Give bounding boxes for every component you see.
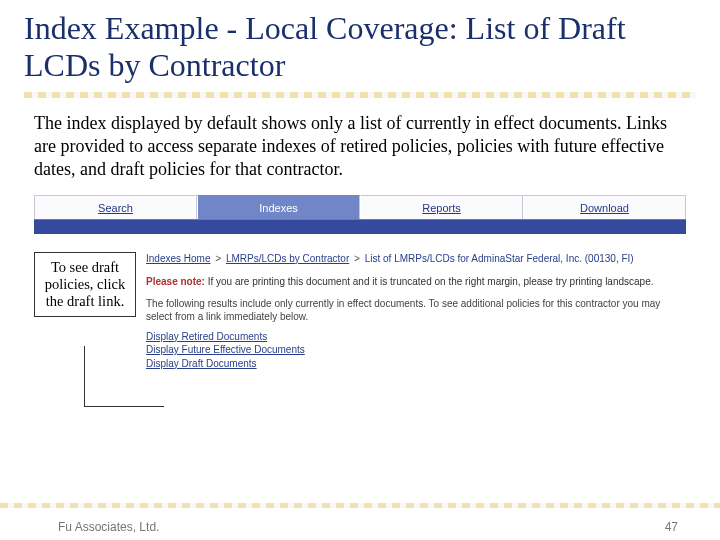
breadcrumb-current: List of LMRPs/LCDs for AdminaStar Federa…: [365, 253, 634, 264]
embedded-screenshot: Search Indexes Reports Download To see d…: [34, 195, 686, 371]
link-draft-documents[interactable]: Display Draft Documents: [146, 357, 686, 371]
slide-number: 47: [665, 520, 678, 534]
document-links: Display Retired Documents Display Future…: [146, 330, 686, 371]
breadcrumb-home[interactable]: Indexes Home: [146, 253, 210, 264]
body-paragraph: The index displayed by default shows onl…: [0, 98, 720, 191]
slide-title: Index Example - Local Coverage: List of …: [24, 10, 696, 84]
tab-row: Search Indexes Reports Download: [34, 195, 686, 220]
breadcrumb: Indexes Home > LMRPs/LCDs by Contractor …: [146, 252, 686, 266]
link-future-documents[interactable]: Display Future Effective Documents: [146, 343, 686, 357]
footer-divider: [0, 503, 720, 508]
tab-indexes[interactable]: Indexes: [197, 195, 360, 219]
page-content: Indexes Home > LMRPs/LCDs by Contractor …: [146, 252, 686, 371]
footer: Fu Associates, Ltd. 47: [0, 520, 720, 534]
header-bar: [34, 220, 686, 234]
please-note-text: If you are printing this document and it…: [208, 276, 654, 287]
tab-search[interactable]: Search: [34, 195, 197, 219]
footer-company: Fu Associates, Ltd.: [58, 520, 159, 534]
title-underline: [24, 92, 696, 98]
callout-connector: [84, 346, 85, 406]
please-note-label: Please note:: [146, 276, 205, 287]
link-retired-documents[interactable]: Display Retired Documents: [146, 330, 686, 344]
callout-box: To see draft policies, click the draft l…: [34, 252, 136, 317]
breadcrumb-level2[interactable]: LMRPs/LCDs by Contractor: [226, 253, 349, 264]
tab-download[interactable]: Download: [523, 195, 686, 219]
tab-reports[interactable]: Reports: [360, 195, 523, 219]
results-note: The following results include only curre…: [146, 297, 686, 324]
print-note: Please note: If you are printing this do…: [146, 275, 686, 289]
